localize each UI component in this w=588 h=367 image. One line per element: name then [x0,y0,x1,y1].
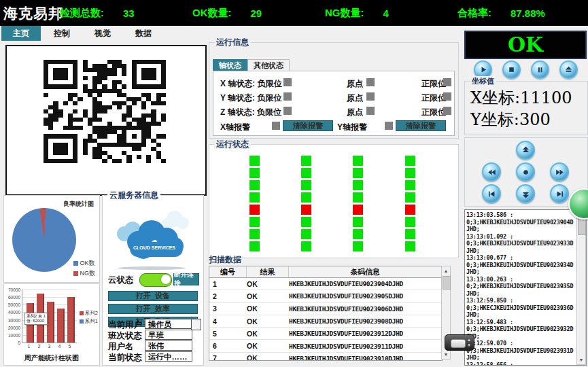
legend-item: 系列2 [80,310,98,317]
scroll-popup-handle[interactable] [451,339,466,348]
scroll-popup-widget[interactable]: ▲ ▼ [445,334,474,351]
neg-limit-indicator [283,78,292,86]
status-cell [301,241,311,251]
open-button-0[interactable]: 打开_设备 [108,291,198,301]
y-alarm-indicator [385,122,393,130]
scrollbar-thumb[interactable] [443,276,451,290]
cloud-services-icon: ☁ CLOUD SERVICES [109,205,196,268]
tiny-up-icon[interactable]: ▲ [467,338,471,342]
jog-end-button[interactable] [550,184,569,203]
axis-status-row: Z 轴状态: 负限位 原点 正限位 [213,107,454,116]
status-cell [405,156,415,166]
table-row[interactable]: 2OKHKEBJKEUIHJDSVDUFIEU9023905DJHD [209,290,442,302]
topbar-stat: 合格率:87.88% [457,7,588,20]
jog-left-button[interactable] [482,162,501,181]
table-row[interactable]: 4OKHKEBJKEUIHJDSVDUFIEU9023908DJHD [209,315,442,328]
topbar-stat: NG数量:4 [325,7,457,20]
axis-status-row: X 轴状态: 负限位 原点 正限位 [213,78,454,88]
status-cell [301,205,311,215]
log-textarea[interactable]: 13:13:03.586 :0;3;HKEBJKEUIHJDSVDUFIEU90… [464,209,587,366]
table-row[interactable]: 5OKHKEBJKEUIHJDSVDUFIEU9023912DJHD [209,328,442,340]
axis-tab[interactable]: 轴状态 [213,59,247,71]
jog-home-button[interactable] [482,184,501,203]
pause-button[interactable] [531,60,549,79]
status-cell [353,217,363,227]
log-message: 0;3;HKEBJKEUIHJDSVDUFIEU9023931DJHD; [466,347,575,362]
stop-button[interactable] [502,60,521,79]
text-field[interactable]: 运行中…… [145,351,192,362]
status-cell [301,156,311,166]
brand-logo: 海克易邦 [3,4,63,23]
jog-center-button[interactable] [516,162,535,181]
y-tick: 0 [5,340,20,345]
origin-indicator [366,78,375,86]
scan-data-title: 扫描数据 [209,254,241,266]
user-combo[interactable]: 操作员 [145,319,192,329]
bar [57,309,65,343]
log-message: 0;3;HKECJKEUIHJDSVDUFIEU9023936DJHD; [466,304,575,319]
text-field[interactable]: 早班 [145,330,192,340]
table-row[interactable]: 6OKHKEBJKEUIHJDSVDUFIEU9023911DJHD [209,340,442,352]
tiny-down-icon[interactable]: ▼ [467,343,471,347]
run-status-groupbox: 运行状态 [209,144,459,258]
run-info-title: 运行信息 [214,37,251,47]
status-cell [353,229,363,239]
scan-data-table: 编号结果条码信息1OKHKEBJKEUIHJDSVDUFIEU9023904DJ… [209,266,443,361]
x-tick: 4 [56,344,63,349]
tab-主页[interactable]: 主页 [1,26,41,41]
axis-status-content: X 轴状态: 负限位 原点 正限位 Y 轴状态: 负限位 原点 正限位 Z 轴状… [213,71,455,136]
neg-limit-indicator [283,92,292,101]
cloud-status-label: 云状态 [108,275,134,286]
log-time: 13:13:00.677 : [466,254,575,262]
chevron-down-icon[interactable] [191,319,201,330]
tab-控制[interactable]: 控制 [42,26,82,41]
clear-x-alarm-button[interactable]: 清除报警 [283,120,333,131]
run-info-tabs: 轴状态其他状态 [213,59,290,71]
pos-limit-indicator [443,107,451,115]
text-field[interactable]: 张伟 [145,340,192,351]
table-row[interactable]: 7OKHKEBJKEUIHJDSVDUFIEU9023910DJHD [209,353,442,361]
x-tick: 2 [36,344,42,349]
log-time: 13:12:59.070 : [466,340,575,347]
log-message: 0;3;HKEBJKEUIHJDSVDUFIEU9023904DJHD; [466,219,575,233]
tab-数据[interactable]: 数据 [124,26,163,41]
cloud-shadow [118,266,186,270]
status-cell [249,192,260,203]
table-row[interactable]: 1OKHKEBJKEUIHJDSVDUFIEU9023904DJHD [209,278,442,290]
status-cell [353,205,363,215]
status-cell [353,156,363,166]
jog-up-button[interactable] [516,141,535,160]
log-time: 13:12:58.656 : [466,362,575,366]
axis-tab[interactable]: 其他状态 [247,59,290,71]
log-message: 0;3;HKEBJKEUIHJDSVDUFIEU9023934DJHD; [466,262,575,276]
cloud-status-toggle[interactable] [139,273,172,287]
log-time: 13:13:01.092 : [466,233,575,241]
log-scroll-down-icon[interactable]: ▼ [577,355,585,364]
cloud-panel-title: 云服务器信息 [107,190,160,200]
qr-code-image [44,60,166,163]
disconnect-button[interactable]: 断开连接 [173,273,199,285]
field-row: 用户名 张伟 [103,340,203,351]
eject-button[interactable] [559,60,578,79]
run-status-title: 运行状态 [214,139,251,149]
table-row[interactable]: 3OKHKEBJKEUIHJDSVDUFIEU9023906DJHD [209,303,442,315]
x-coordinate: X坐标:11100 [470,87,572,109]
legend-item: OK数 [73,259,96,268]
jog-right-button[interactable] [550,162,569,181]
status-cell [301,168,311,178]
clear-y-alarm-button[interactable]: 清除报警 [396,120,446,131]
neg-limit-indicator [283,107,292,115]
pos-limit-indicator [443,78,451,86]
jog-down-button[interactable] [516,184,535,203]
y-tick: 30000 [5,318,20,323]
open-button-1[interactable]: 打开_效率 [108,304,198,314]
log-scrollbar[interactable]: ▼ [576,210,586,365]
scroll-up-icon[interactable]: ▲ [442,266,450,275]
status-cell [353,180,363,190]
bar-chart-title: 周产能统计柱状图 [4,353,99,363]
svg-text:☁: ☁ [152,237,158,243]
field-row: 班次状态 早班 [103,330,203,340]
scroll-down-icon[interactable]: ▼ [442,350,450,359]
field-row: 当前用户 操作员 [103,319,203,330]
tab-视觉[interactable]: 视觉 [83,26,122,41]
